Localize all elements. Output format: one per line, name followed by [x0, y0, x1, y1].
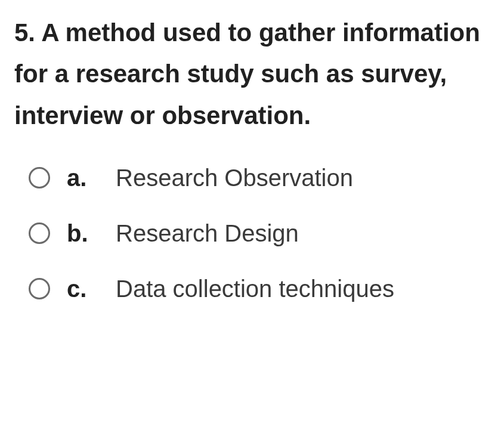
- option-a[interactable]: a. Research Observation: [29, 165, 490, 191]
- radio-icon[interactable]: [29, 222, 50, 244]
- options-list: a. Research Observation b. Research Desi…: [14, 165, 490, 302]
- option-letter: b.: [67, 220, 92, 247]
- radio-icon[interactable]: [29, 278, 50, 299]
- option-letter: c.: [67, 276, 92, 302]
- option-text: Research Observation: [116, 165, 353, 191]
- option-text: Research Design: [116, 220, 299, 247]
- option-text: Data collection techniques: [116, 276, 394, 302]
- question-text: 5. A method used to gather information f…: [14, 12, 490, 136]
- option-b[interactable]: b. Research Design: [29, 220, 490, 247]
- question-container: 5. A method used to gather information f…: [14, 12, 490, 302]
- option-c[interactable]: c. Data collection techniques: [29, 276, 490, 302]
- radio-icon[interactable]: [29, 167, 50, 188]
- option-letter: a.: [67, 165, 92, 191]
